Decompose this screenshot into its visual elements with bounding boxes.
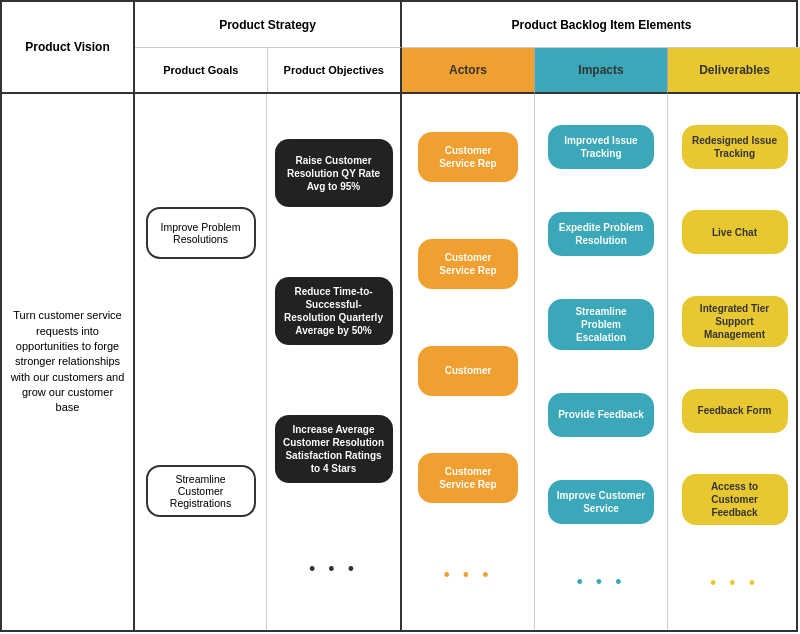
header-product-vision: Product Vision [2,2,135,94]
strategy-column: Improve Problem Resolutions Streamline C… [135,94,402,630]
goal-streamline: Streamline Customer Registrations [146,465,256,517]
dots-impacts: • • • [577,567,626,599]
impact-expedite: Expedite Problem Resolution [548,212,654,256]
deliverable-feedback-form: Feedback Form [682,389,788,433]
vision-column: Turn customer service requests into oppo… [2,94,135,630]
header-backlog: Product Backlog Item Elements [402,2,800,48]
header-row2-strategy: Product Goals Product Objectives [135,48,402,94]
objectives-column: Raise Customer Resolution QY Rate Avg to… [267,94,400,630]
actor-customer: Customer [418,346,518,396]
header-impacts: Impacts [535,48,668,94]
header-product-objectives: Product Objectives [268,48,401,92]
actor-csr-1: Customer Service Rep [418,132,518,182]
main-table: Product Vision Product Strategy Product … [0,0,798,632]
objective-raise: Raise Customer Resolution QY Rate Avg to… [275,139,393,207]
deliverable-live-chat: Live Chat [682,210,788,254]
impact-streamline-escalation: Streamline Problem Escalation [548,299,654,350]
deliverable-tier-support: Integrated Tier Support Management [682,296,788,347]
actor-csr-3: Customer Service Rep [418,453,518,503]
deliverable-access-feedback: Access to Customer Feedback [682,474,788,525]
dots-actors: • • • [444,560,493,592]
impact-improve-service: Improve Customer Service [548,480,654,524]
header-product-goals: Product Goals [135,48,268,92]
deliverable-redesigned: Redesigned Issue Tracking [682,125,788,169]
impact-issue-tracking: Improved Issue Tracking [548,125,654,169]
objective-increase: Increase Average Customer Resolution Sat… [275,415,393,483]
deliverables-column: Redesigned Issue Tracking Live Chat Inte… [668,94,800,630]
header-product-strategy: Product Strategy [135,2,402,48]
goals-column: Improve Problem Resolutions Streamline C… [135,94,267,630]
header-deliverables: Deliverables [668,48,800,94]
dots-deliverables: • • • [710,567,759,599]
goal-improve: Improve Problem Resolutions [146,207,256,259]
header-actors: Actors [402,48,535,94]
main-content-area: Turn customer service requests into oppo… [2,94,800,630]
dots-objectives: • • • [309,553,358,585]
objective-reduce: Reduce Time-to-Successful-Resolution Qua… [275,277,393,345]
impacts-column: Improved Issue Tracking Expedite Problem… [535,94,668,630]
actor-csr-2: Customer Service Rep [418,239,518,289]
actors-column: Customer Service Rep Customer Service Re… [402,94,535,630]
impact-provide-feedback: Provide Feedback [548,393,654,437]
